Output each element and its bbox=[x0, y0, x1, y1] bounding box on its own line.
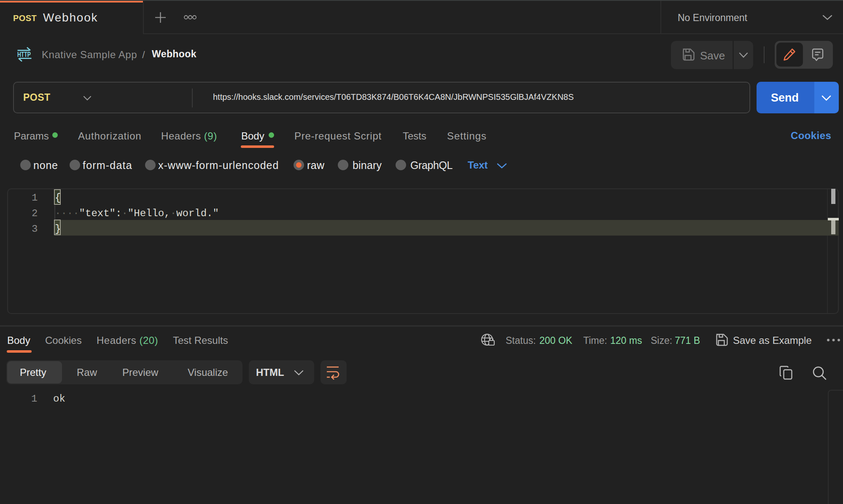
svg-text:HTTP: HTTP bbox=[17, 51, 31, 58]
